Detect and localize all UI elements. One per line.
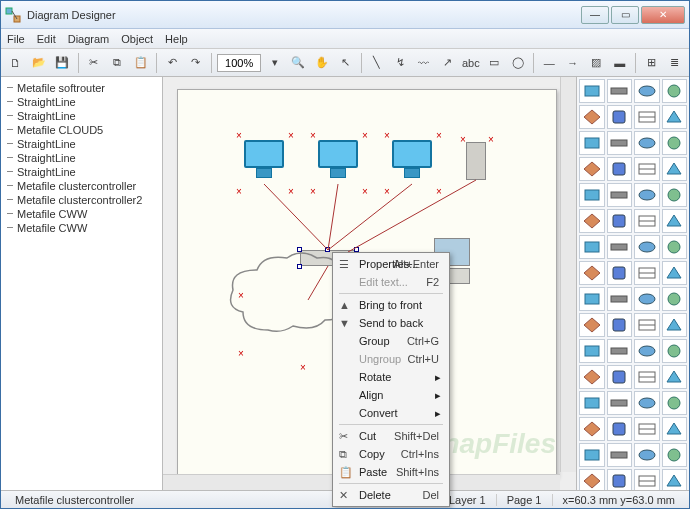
ctx-rotate[interactable]: Rotate▸ <box>335 368 447 386</box>
palette-shape[interactable] <box>662 131 688 155</box>
shape-palette[interactable] <box>577 77 689 490</box>
palette-shape[interactable] <box>607 235 633 259</box>
palette-shape[interactable] <box>607 365 633 389</box>
palette-shape[interactable] <box>579 157 605 181</box>
palette-shape[interactable] <box>579 469 605 490</box>
minimize-button[interactable]: — <box>581 6 609 24</box>
palette-shape[interactable] <box>607 79 633 103</box>
linecolor-icon[interactable]: ▬ <box>610 52 631 74</box>
palette-shape[interactable] <box>579 79 605 103</box>
menu-object[interactable]: Object <box>121 33 153 45</box>
lineend-icon[interactable]: → <box>563 52 584 74</box>
server-node[interactable] <box>466 142 486 180</box>
palette-shape[interactable] <box>634 339 660 363</box>
rect-icon[interactable]: ▭ <box>484 52 505 74</box>
ctx-delete[interactable]: ✕DeleteDel <box>335 486 447 504</box>
curve-icon[interactable]: 〰 <box>413 52 434 74</box>
zoomtool-icon[interactable]: 🔍 <box>288 52 309 74</box>
zoom-field[interactable]: 100% <box>217 54 262 72</box>
palette-shape[interactable] <box>607 209 633 233</box>
palette-shape[interactable] <box>579 287 605 311</box>
tree-item[interactable]: StraightLine <box>3 109 160 123</box>
selection-handle[interactable] <box>297 247 302 252</box>
pc-node[interactable] <box>312 140 364 184</box>
hand-icon[interactable]: ✋ <box>312 52 333 74</box>
palette-shape[interactable] <box>662 183 688 207</box>
palette-shape[interactable] <box>607 443 633 467</box>
ctx-properties[interactable]: ☰Properties...Alt+Enter <box>335 255 447 273</box>
menu-edit[interactable]: Edit <box>37 33 56 45</box>
palette-shape[interactable] <box>634 157 660 181</box>
vertical-scrollbar[interactable] <box>560 77 576 472</box>
palette-shape[interactable] <box>607 183 633 207</box>
pointer-icon[interactable]: ↖ <box>335 52 356 74</box>
line-icon[interactable]: ╲ <box>366 52 387 74</box>
selection-handle[interactable] <box>297 264 302 269</box>
palette-shape[interactable] <box>579 339 605 363</box>
redo-icon[interactable]: ↷ <box>185 52 206 74</box>
palette-shape[interactable] <box>634 209 660 233</box>
palette-shape[interactable] <box>662 287 688 311</box>
tree-item[interactable]: StraightLine <box>3 95 160 109</box>
open-icon[interactable]: 📂 <box>29 52 50 74</box>
palette-shape[interactable] <box>579 417 605 441</box>
ctx-bring-front[interactable]: ▲Bring to front <box>335 296 447 314</box>
save-icon[interactable]: 💾 <box>52 52 73 74</box>
tree-item[interactable]: Metafile clustercontroller <box>3 179 160 193</box>
palette-shape[interactable] <box>662 469 688 490</box>
palette-shape[interactable] <box>579 443 605 467</box>
palette-shape[interactable] <box>634 287 660 311</box>
pc-node[interactable] <box>386 140 438 184</box>
selection-handle[interactable] <box>325 247 330 252</box>
palette-shape[interactable] <box>662 157 688 181</box>
palette-shape[interactable] <box>662 339 688 363</box>
ctx-convert[interactable]: Convert▸ <box>335 404 447 422</box>
menu-help[interactable]: Help <box>165 33 188 45</box>
palette-shape[interactable] <box>607 417 633 441</box>
palette-shape[interactable] <box>662 209 688 233</box>
cut-icon[interactable]: ✂ <box>83 52 104 74</box>
palette-shape[interactable] <box>662 443 688 467</box>
palette-shape[interactable] <box>607 287 633 311</box>
palette-shape[interactable] <box>607 261 633 285</box>
palette-shape[interactable] <box>607 131 633 155</box>
group-icon[interactable]: ⊞ <box>641 52 662 74</box>
palette-shape[interactable] <box>634 183 660 207</box>
ctx-group[interactable]: GroupCtrl+G <box>335 332 447 350</box>
palette-shape[interactable] <box>634 79 660 103</box>
pc-node[interactable] <box>238 140 290 184</box>
tree-item[interactable]: StraightLine <box>3 151 160 165</box>
ctx-paste[interactable]: 📋PasteShift+Ins <box>335 463 447 481</box>
ellipse-icon[interactable]: ◯ <box>508 52 529 74</box>
palette-shape[interactable] <box>607 313 633 337</box>
copy-icon[interactable]: ⧉ <box>107 52 128 74</box>
palette-shape[interactable] <box>662 105 688 129</box>
palette-shape[interactable] <box>607 105 633 129</box>
tree-item[interactable]: Metafile CLOUD5 <box>3 123 160 137</box>
palette-shape[interactable] <box>634 261 660 285</box>
fillcolor-icon[interactable]: ▨ <box>586 52 607 74</box>
palette-shape[interactable] <box>662 391 688 415</box>
object-tree[interactable]: Metafile softrouter StraightLine Straigh… <box>1 77 163 490</box>
ctx-copy[interactable]: ⧉CopyCtrl+Ins <box>335 445 447 463</box>
palette-shape[interactable] <box>579 261 605 285</box>
tree-item[interactable]: Metafile CWW <box>3 207 160 221</box>
tree-item[interactable]: Metafile softrouter <box>3 81 160 95</box>
tree-item[interactable]: StraightLine <box>3 137 160 151</box>
menu-diagram[interactable]: Diagram <box>68 33 110 45</box>
palette-shape[interactable] <box>634 443 660 467</box>
palette-shape[interactable] <box>662 235 688 259</box>
palette-shape[interactable] <box>634 365 660 389</box>
palette-shape[interactable] <box>634 469 660 490</box>
menu-file[interactable]: File <box>7 33 25 45</box>
palette-shape[interactable] <box>579 183 605 207</box>
palette-shape[interactable] <box>579 391 605 415</box>
text-icon[interactable]: abc <box>461 52 482 74</box>
palette-shape[interactable] <box>662 313 688 337</box>
tree-item[interactable]: StraightLine <box>3 165 160 179</box>
palette-shape[interactable] <box>662 365 688 389</box>
zoom-dropdown-icon[interactable]: ▾ <box>264 52 285 74</box>
undo-icon[interactable]: ↶ <box>162 52 183 74</box>
arrow-icon[interactable]: ↗ <box>437 52 458 74</box>
new-icon[interactable]: 🗋 <box>5 52 26 74</box>
